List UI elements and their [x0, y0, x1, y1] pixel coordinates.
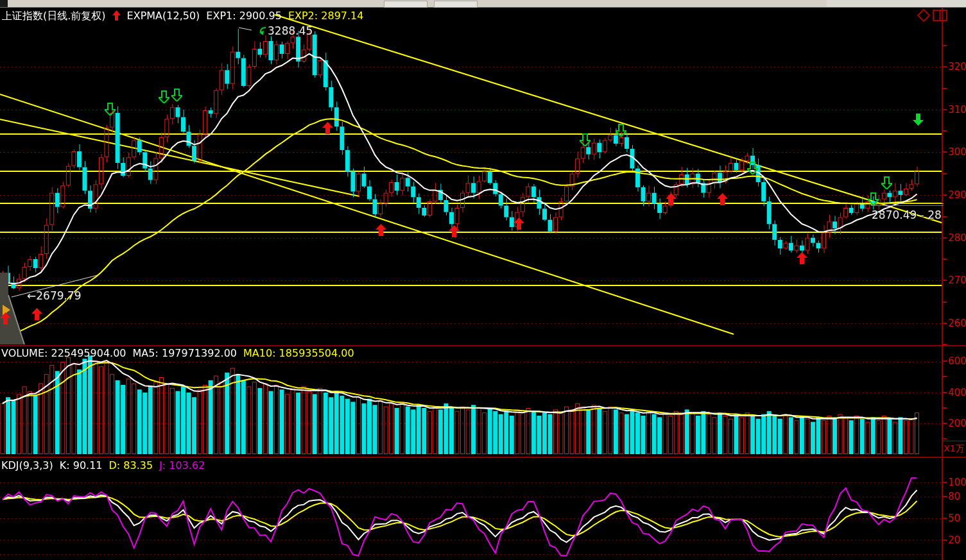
axis-label: 600 [948, 356, 966, 366]
volume-unit-label: X1万 [942, 441, 966, 457]
axis-tick [942, 173, 947, 174]
titlebar-button[interactable] [384, 1, 427, 8]
axis-label: 50 [948, 513, 960, 523]
axis-tick [942, 66, 947, 67]
window-titlebar[interactable] [0, 0, 966, 8]
axis-tick [942, 151, 947, 153]
volume-ma5-value: MA5: 197971392.00 [133, 347, 237, 359]
axis-tick [942, 361, 947, 362]
price-axis-line [942, 8, 943, 560]
axis-tick [942, 88, 947, 89]
axis-tick [942, 407, 947, 409]
axis-label: 200 [948, 418, 966, 428]
axis-label: 3200 [948, 62, 966, 72]
axis-tick [942, 323, 947, 324]
axis-label: 2900 [948, 190, 966, 200]
low-price-callout: ←2679.79 [27, 289, 82, 302]
axis-tick [942, 518, 947, 519]
kdj-d-value: D: 83.35 [109, 459, 153, 471]
exp2-value: EXP2: 2897.14 [288, 10, 364, 22]
axis-tick [942, 280, 947, 281]
main-pane-header: 上证指数(日线.前复权)EXPMA(12,50)EXP1: 2900.95EXP… [2, 10, 370, 23]
axis-tick [942, 45, 947, 46]
axis-label: 3100 [948, 105, 966, 115]
axis-tick [942, 423, 947, 424]
split-box-button[interactable] [932, 8, 949, 25]
axis-tick [942, 392, 947, 393]
axis-label: 3000 [948, 147, 966, 157]
axis-label: 2700 [948, 275, 966, 285]
axis-tick [942, 438, 947, 439]
kdj-k-value: K: 90.11 [60, 459, 103, 471]
indicator-name[interactable]: EXPMA(12,50) [127, 10, 200, 22]
axis-tick [942, 344, 947, 345]
expma-arrow-icon [112, 10, 121, 22]
titlebar-notch [0, 0, 8, 7]
marker-band-line [872, 205, 944, 206]
axis-label: 2600 [948, 318, 966, 328]
titlebar-right-section [827, 0, 966, 7]
axis-tick [942, 496, 947, 497]
axis-label: 400 [948, 387, 966, 398]
peak-callout-arrow-icon [258, 24, 268, 37]
main-chart-canvas[interactable] [0, 8, 942, 345]
axis-tick [942, 237, 947, 239]
exp1-value: EXP1: 2900.95 [206, 10, 282, 22]
pane-separator[interactable] [0, 345, 966, 346]
axis-tick [942, 539, 947, 541]
volume-ma10-value: MA10: 185935504.00 [243, 347, 354, 359]
axis-tick [942, 130, 947, 132]
diamond-button[interactable] [917, 8, 931, 25]
axis-tick [942, 194, 947, 196]
volume-value[interactable]: VOLUME: 225495904.00 [1, 347, 126, 359]
kdj-pane-header: KDJ(9,3,3)K: 90.11D: 83.35J: 103.62 [1, 459, 211, 471]
volume-chart-canvas[interactable] [0, 350, 942, 457]
axis-label: 2800 [948, 233, 966, 243]
axis-tick [942, 301, 947, 303]
titlebar-button[interactable] [434, 1, 478, 8]
axis-label: 80 [948, 491, 960, 502]
trading-app-window: 3200310030002900280027002600600400200100… [0, 0, 966, 560]
trendline-value-marker: 2870.49 - 28 [872, 203, 944, 221]
marker-band-line [872, 203, 944, 204]
kdj-name[interactable]: KDJ(9,3,3) [1, 459, 53, 471]
peak-price-callout: 3288.45 [258, 24, 313, 37]
axis-label: 100 [948, 477, 966, 488]
axis-tick [942, 482, 947, 483]
axis-tick [942, 109, 947, 110]
kdj-chart-canvas[interactable] [0, 460, 942, 560]
pane-separator[interactable] [0, 457, 966, 458]
symbol-title[interactable]: 上证指数(日线.前复权) [2, 10, 106, 22]
axis-tick [942, 376, 947, 377]
kdj-j-value: J: 103.62 [159, 459, 205, 471]
volume-pane-header: VOLUME: 225495904.00MA5: 197971392.00MA1… [1, 347, 361, 359]
axis-label: 20 [948, 535, 960, 545]
axis-tick [942, 259, 947, 260]
